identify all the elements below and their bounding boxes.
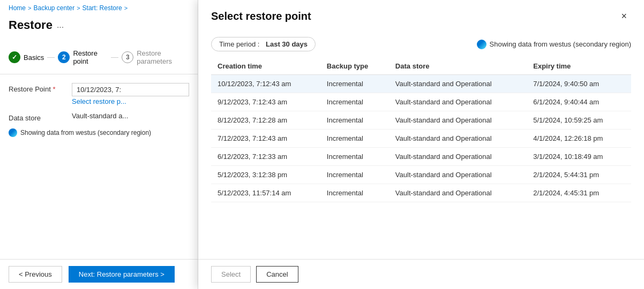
page-title-row: Restore ...: [0, 16, 198, 41]
dialog-close-button[interactable]: ×: [617, 9, 631, 24]
page-title: Restore: [9, 18, 53, 32]
step-sep-1: [47, 57, 55, 58]
step-restore-label: Restore point: [73, 49, 108, 65]
table-row[interactable]: 8/12/2023, 7:12:28 amIncrementalVault-st…: [211, 111, 631, 130]
bottom-bar: < Previous Next: Restore parameters >: [0, 259, 198, 289]
table-cell-backup_type: Incremental: [320, 75, 389, 93]
filter-row: Time period : Last 30 days Showing data …: [211, 37, 631, 51]
restore-point-value: Select restore p...: [72, 83, 189, 105]
select-restore-dialog: Select restore point × Time period : Las…: [198, 0, 644, 289]
breadcrumb-home[interactable]: Home: [9, 4, 26, 12]
table-header-row: Creation time Backup type Data store Exp…: [211, 58, 631, 75]
data-store-label: Data store: [9, 112, 68, 122]
table-cell-data_store: Vault-standard and Operational: [389, 75, 527, 93]
restore-point-table: Creation time Backup type Data store Exp…: [211, 58, 631, 202]
table-cell-data_store: Vault-standard and Operational: [389, 184, 527, 202]
time-period-prefix: Time period :: [219, 40, 259, 48]
time-period-value: Last 30 days: [266, 40, 308, 48]
page-title-more[interactable]: ...: [57, 20, 64, 30]
table-row[interactable]: 5/12/2023, 11:57:14 amIncrementalVault-s…: [211, 184, 631, 202]
table-cell-expiry_time: 4/1/2024, 12:26:18 pm: [527, 130, 631, 148]
table-cell-expiry_time: 5/1/2024, 10:59:25 am: [527, 111, 631, 130]
step-basics-circle: ✓: [9, 51, 20, 63]
table-cell-creation_time: 7/12/2023, 7:12:43 am: [211, 130, 320, 148]
table-row[interactable]: 5/12/2023, 3:12:38 pmIncrementalVault-st…: [211, 166, 631, 184]
table-row[interactable]: 9/12/2023, 7:12:43 amIncrementalVault-st…: [211, 93, 631, 111]
dialog-body: Time period : Last 30 days Showing data …: [198, 28, 644, 259]
breadcrumb-sep-2: >: [77, 5, 80, 11]
next-button[interactable]: Next: Restore parameters >: [69, 266, 175, 283]
table-cell-expiry_time: 2/1/2024, 4:45:31 pm: [527, 184, 631, 202]
globe-row: Showing data from westus (secondary regi…: [9, 128, 189, 137]
left-panel: Home > Backup center > Start: Restore > …: [0, 0, 198, 289]
table-cell-expiry_time: 6/1/2024, 9:40:44 am: [527, 93, 631, 111]
select-button[interactable]: Select: [211, 266, 251, 283]
globe-icon: [9, 128, 17, 137]
required-star: *: [53, 85, 55, 93]
dialog-overlay: Select restore point × Time period : Las…: [198, 0, 644, 289]
step-sep-2: [111, 57, 118, 58]
time-period-button[interactable]: Time period : Last 30 days: [211, 37, 316, 51]
table-cell-backup_type: Incremental: [320, 166, 389, 184]
step-params-circle: 3: [122, 51, 133, 63]
table-cell-creation_time: 9/12/2023, 7:12:43 am: [211, 93, 320, 111]
restore-point-row: Restore Point * Select restore p...: [9, 83, 189, 105]
step-basics-label: Basics: [24, 54, 44, 62]
table-cell-data_store: Vault-standard and Operational: [389, 93, 527, 111]
app-container: Home > Backup center > Start: Restore > …: [0, 0, 644, 289]
dialog-title: Select restore point: [211, 10, 311, 22]
col-data-store: Data store: [389, 58, 527, 75]
form-area: Restore Point * Select restore p... Data…: [0, 74, 198, 259]
table-cell-backup_type: Incremental: [320, 93, 389, 111]
step-restore-point[interactable]: 2 Restore point: [58, 45, 108, 70]
step-params-label: Restore parameters: [137, 49, 189, 65]
table-cell-creation_time: 5/12/2023, 3:12:38 pm: [211, 166, 320, 184]
table-cell-expiry_time: 3/1/2024, 10:18:49 am: [527, 148, 631, 166]
table-cell-data_store: Vault-standard and Operational: [389, 148, 527, 166]
table-row[interactable]: 6/12/2023, 7:12:33 amIncrementalVault-st…: [211, 148, 631, 166]
col-creation-time: Creation time: [211, 58, 320, 75]
dialog-header: Select restore point ×: [198, 0, 644, 28]
table-cell-backup_type: Incremental: [320, 130, 389, 148]
prev-button[interactable]: < Previous: [9, 266, 62, 283]
table-cell-backup_type: Incremental: [320, 148, 389, 166]
breadcrumb-start-restore: Start: Restore: [83, 4, 122, 12]
data-store-row: Data store Vault-standard a...: [9, 112, 189, 122]
col-expiry-time: Expiry time: [527, 58, 631, 75]
breadcrumb-sep-3: >: [124, 5, 128, 11]
table-row[interactable]: 7/12/2023, 7:12:43 amIncrementalVault-st…: [211, 130, 631, 148]
table-cell-expiry_time: 2/1/2024, 5:44:31 pm: [527, 166, 631, 184]
step-basics[interactable]: ✓ Basics: [9, 47, 44, 67]
table-cell-creation_time: 10/12/2023, 7:12:43 am: [211, 75, 320, 93]
restore-point-input[interactable]: [72, 83, 189, 96]
table-cell-backup_type: Incremental: [320, 111, 389, 130]
select-restore-link[interactable]: Select restore p...: [72, 97, 189, 105]
dialog-footer: Select Cancel: [198, 259, 644, 289]
globe-text: Showing data from westus (secondary regi…: [20, 129, 151, 136]
breadcrumb-backup-center[interactable]: Backup center: [33, 4, 74, 12]
breadcrumb-sep-1: >: [28, 5, 31, 11]
table-cell-creation_time: 8/12/2023, 7:12:28 am: [211, 111, 320, 130]
restore-point-label: Restore Point *: [9, 83, 68, 93]
col-backup-type: Backup type: [320, 58, 389, 75]
table-cell-creation_time: 5/12/2023, 11:57:14 am: [211, 184, 320, 202]
steps-bar: ✓ Basics 2 Restore point 3 Restore param…: [0, 41, 198, 74]
region-globe-icon: [477, 40, 486, 49]
table-cell-data_store: Vault-standard and Operational: [389, 111, 527, 130]
breadcrumb: Home > Backup center > Start: Restore >: [0, 0, 198, 16]
region-text: Showing data from westus (secondary regi…: [490, 40, 631, 48]
table-cell-data_store: Vault-standard and Operational: [389, 130, 527, 148]
region-info: Showing data from westus (secondary regi…: [477, 40, 631, 49]
data-store-value: Vault-standard a...: [72, 112, 189, 120]
cancel-button[interactable]: Cancel: [256, 266, 298, 283]
table-cell-backup_type: Incremental: [320, 184, 389, 202]
table-cell-expiry_time: 7/1/2024, 9:40:50 am: [527, 75, 631, 93]
step-restore-params[interactable]: 3 Restore parameters: [122, 45, 189, 70]
step-restore-circle: 2: [58, 51, 70, 63]
table-cell-data_store: Vault-standard and Operational: [389, 166, 527, 184]
table-row[interactable]: 10/12/2023, 7:12:43 amIncrementalVault-s…: [211, 75, 631, 93]
table-cell-creation_time: 6/12/2023, 7:12:33 am: [211, 148, 320, 166]
